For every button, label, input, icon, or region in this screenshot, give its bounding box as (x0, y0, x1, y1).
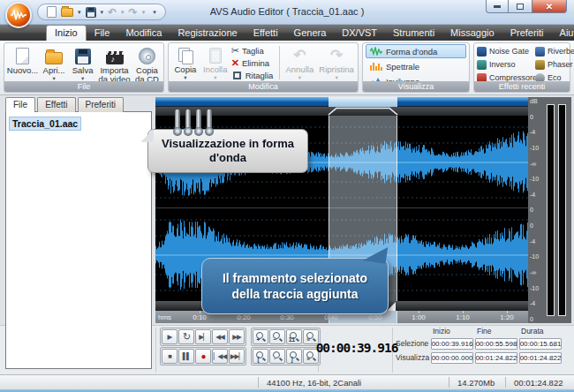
copia-button[interactable]: Copia ▾ (171, 44, 200, 81)
zoom-1-1-button[interactable]: 1:1 (286, 329, 302, 344)
ripristina-dropdown-icon[interactable]: ▾ (335, 74, 337, 81)
zoom-full-button[interactable]: ∙ (269, 349, 285, 364)
tab-genera[interactable]: Genera (286, 26, 335, 41)
overview-scrollbar[interactable] (155, 97, 528, 107)
annulla-dropdown-icon[interactable]: ▾ (298, 74, 301, 81)
list-item-track[interactable]: Traccia_01.aac (9, 117, 81, 131)
tab-modifica[interactable]: Modifica (117, 26, 170, 41)
marker-pin[interactable] (207, 109, 212, 129)
tab-strumenti[interactable]: Strumenti (385, 26, 442, 41)
salva-button[interactable]: Salva ▾ (70, 44, 95, 84)
ribbon-group-file: Nuovo... Apri... ▾ Salva ▾ Importa da vi… (4, 42, 164, 93)
inverso-button[interactable]: Inverso (477, 58, 532, 71)
phaser-icon (535, 60, 545, 70)
pause-button[interactable]: ▌▌ (178, 349, 194, 364)
go-to-start-button[interactable]: ▏◀◀ (212, 349, 228, 364)
close-button[interactable]: ✕ (532, 0, 567, 13)
tab-registrazione[interactable]: Registrazione (170, 26, 245, 41)
phaser-button[interactable]: Phaser (535, 58, 574, 71)
tab-effetti[interactable]: Effetti (245, 26, 286, 41)
play-to-end-button[interactable]: ▶▏ (195, 329, 211, 344)
tab-dxvst[interactable]: DX/VST (334, 26, 385, 41)
elimina-button[interactable]: ✕ Elimina (231, 57, 277, 70)
ribbon-group-effetti-recenti: Noise Gate Inverso Compressore Riverbero (473, 42, 570, 93)
zoom-end-button[interactable]: ] (286, 349, 302, 364)
undo-dropdown-icon[interactable]: ▾ (121, 9, 125, 15)
file-list[interactable]: Traccia_01.aac (5, 111, 152, 369)
zoom-selection-button[interactable]: [ (253, 349, 268, 364)
go-to-end-button[interactable]: ▶▶▏ (229, 349, 245, 364)
group-label-visualizza: Visualizza (363, 81, 469, 92)
rewind-button[interactable]: ◀◀ (212, 329, 228, 344)
row-label-selezione: Selezione (396, 339, 431, 348)
selezione-inizio-field[interactable]: 00:00:39.916 (431, 338, 473, 350)
save-dropdown-icon[interactable]: ▾ (101, 9, 104, 15)
sidebar-tab-file[interactable]: File (5, 97, 35, 112)
minimize-button[interactable] (486, 0, 509, 13)
save-icon[interactable] (86, 7, 96, 18)
riverbero-button[interactable]: Riverbero (535, 45, 574, 57)
sidebar-tab-effetti[interactable]: Effetti (37, 97, 75, 112)
forma-donda-button[interactable]: Forma d'onda (366, 44, 466, 58)
marker-pin[interactable] (185, 109, 191, 129)
maximize-button[interactable] (509, 0, 532, 13)
go-to-start-icon: ▏◀◀ (214, 352, 226, 360)
incolla-dropdown-icon[interactable]: ▾ (214, 74, 216, 81)
ruler-tick: 1:10 (451, 313, 474, 321)
sidebar-tab-preferiti[interactable]: Preferiti (78, 97, 124, 112)
play-button[interactable]: ▶ (162, 329, 177, 344)
record-button[interactable]: ● (195, 349, 211, 364)
zoom-in-button[interactable]: + (253, 329, 268, 344)
redo-icon[interactable]: ↷ (129, 7, 138, 18)
tab-inizio[interactable]: Inizio (46, 25, 87, 41)
stop-button[interactable]: ■ (162, 349, 177, 364)
redo-dropdown-icon[interactable]: ▾ (142, 9, 146, 15)
tab-aiuto[interactable]: Aiuto (552, 26, 574, 41)
undo-icon[interactable]: ↶ (108, 7, 117, 18)
loop-play-button[interactable]: ↻ (178, 329, 194, 344)
annulla-button[interactable]: ↶ Annulla ▾ (283, 44, 316, 81)
visualizza-fine-field[interactable]: 00:01:24.822 (475, 352, 517, 364)
selezione-fine-field[interactable]: 00:00:55.598 (475, 338, 517, 350)
customize-toolbar-icon[interactable]: ▾ (153, 9, 156, 15)
crop-icon (233, 72, 241, 79)
new-file-icon[interactable] (47, 6, 57, 18)
open-file-icon[interactable] (61, 8, 73, 17)
marker-pin[interactable] (175, 109, 180, 129)
open-dropdown-icon[interactable]: ▾ (78, 9, 81, 15)
zoom-range-bracket (329, 109, 397, 116)
ritaglia-button[interactable]: Ritaglia (231, 69, 277, 81)
importa-da-video-button[interactable]: Importa da video (97, 44, 132, 84)
close-icon: ✕ (546, 2, 553, 11)
overview-selection[interactable] (329, 97, 397, 107)
delete-x-icon: ✕ (231, 58, 239, 68)
tab-file[interactable]: File (87, 26, 118, 41)
selezione-durata-field[interactable]: 00:00:15.681 (519, 338, 562, 350)
visualizza-inizio-field[interactable]: 00:00:00.000 (431, 352, 473, 364)
col-header-durata: Durata (521, 327, 565, 335)
marker-pin[interactable] (196, 109, 201, 129)
transport-row-1: ▶ ↻ ▶▏ ◀◀ ▶▶ (160, 328, 246, 346)
taglia-button[interactable]: ✂ Taglia (231, 45, 277, 57)
ruler-tick: 0:40 (320, 313, 343, 321)
spettrale-button[interactable]: Spettrale (366, 59, 466, 73)
record-icon: ● (200, 351, 205, 361)
copia-da-cd-button[interactable]: Copia da CD (133, 44, 161, 84)
noise-gate-button[interactable]: Noise Gate (477, 45, 532, 57)
app-logo-icon[interactable] (5, 2, 32, 28)
zoom-out-button[interactable]: − (269, 329, 285, 344)
visualizza-durata-field[interactable]: 00:01:24.822 (519, 352, 562, 364)
cd-icon (139, 48, 155, 64)
fast-forward-button[interactable]: ▶▶ (229, 329, 245, 344)
copia-dropdown-icon[interactable]: ▾ (184, 74, 186, 81)
tab-missaggio[interactable]: Missaggio (442, 26, 502, 41)
tab-preferiti[interactable]: Preferiti (502, 26, 552, 41)
nuovo-button[interactable]: Nuovo... (7, 44, 38, 84)
transport-row-2: ■ ▌▌ ● ▏◀◀ ▶▶▏ (160, 347, 246, 366)
incolla-button[interactable]: Incolla ▾ (201, 44, 230, 81)
stop-icon: ■ (168, 352, 171, 360)
zoom-row-1: + − 1:1 ≡ (251, 328, 321, 346)
ripristina-button[interactable]: ↷ Ripristina ▾ (318, 44, 355, 81)
apri-button[interactable]: Apri... ▾ (40, 44, 68, 84)
file-size-status: 14.270Mb (457, 378, 495, 388)
